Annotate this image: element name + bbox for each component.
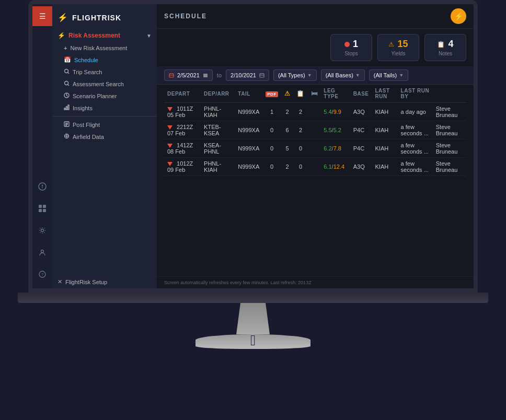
- warning-triangle-icon: ⚠: [388, 41, 394, 48]
- calendar-icon: 📅: [64, 56, 71, 63]
- hamburger-button[interactable]: ☰: [32, 6, 52, 26]
- cell-dep-arr-3: PHNL-KIAH: [201, 158, 235, 176]
- svg-point-11: [65, 69, 68, 73]
- tails-filter-value: (All Tails): [374, 72, 397, 78]
- table-row[interactable]: 1412Z 08 Feb KSEA-PHNL N999XA 0 5 0 6.2/…: [164, 139, 466, 158]
- cell-dep-arr-1: KTEB-KSEA: [201, 121, 235, 139]
- cell-warn-0: 2: [281, 103, 294, 121]
- base-filter-value: (All Bases): [326, 72, 353, 78]
- sidebar-item-new-risk[interactable]: + New Risk Assessment: [52, 42, 157, 54]
- grid-icon-button[interactable]: [32, 199, 52, 218]
- table-row[interactable]: 2212Z 07 Feb KTEB-KSEA N999XA 0 6 2 5.5/…: [164, 121, 466, 139]
- hamburger-icon: ☰: [39, 12, 46, 20]
- th-last-run: LAST RUN: [372, 85, 398, 103]
- sleep-header-icon: 🛏: [311, 90, 318, 97]
- sidebar-item-trip-search[interactable]: Trip Search: [52, 66, 157, 78]
- from-date-value: 2/5/2021: [177, 72, 200, 78]
- cell-sleep-3: [308, 158, 321, 176]
- logo-bolt-icon: ⚡: [58, 13, 68, 22]
- cell-tail-3: N999XA: [235, 158, 262, 176]
- yields-count: 15: [397, 39, 408, 50]
- logo-area: ⚡ FLIGHTRISK: [52, 8, 157, 29]
- notes-count: 4: [448, 39, 453, 50]
- monitor-stand-neck: [232, 303, 274, 334]
- tails-filter[interactable]: (All Tails) ▼: [369, 69, 408, 81]
- apple-logo: : [250, 332, 256, 349]
- svg-rect-6: [43, 209, 46, 212]
- gear-icon-button[interactable]: [32, 220, 52, 240]
- stops-label: Stops: [344, 51, 358, 56]
- cell-doc-3: 0: [293, 158, 308, 176]
- svg-text:?: ?: [41, 272, 44, 277]
- svg-rect-18: [68, 105, 69, 110]
- sidebar-item-scenario-planner[interactable]: Scenario Planner: [52, 90, 157, 102]
- cell-depart-0: 1011Z 05 Feb: [164, 103, 201, 121]
- flights-table: DEPART DEP/ARR TAIL PDF ⚠ 📋: [164, 85, 466, 176]
- sidebar-item-airfield[interactable]: Airfield Data: [52, 131, 157, 143]
- svg-point-8: [41, 250, 44, 253]
- notes-label: Notes: [439, 51, 452, 56]
- table-row[interactable]: 1011Z 05 Feb PHNL-KIAH N999XA 1 2 2 5.4/…: [164, 103, 466, 121]
- cell-score-0: 5.4/9.9: [320, 103, 350, 121]
- cell-doc-2: 0: [293, 139, 308, 158]
- svg-rect-5: [39, 209, 42, 212]
- cell-score-1: 5.5/5.2: [320, 121, 350, 139]
- cell-last-run-0: a day ago: [398, 103, 433, 121]
- base-filter-arrow: ▼: [355, 73, 360, 78]
- left-nav: ⚡ FLIGHTRISK ⚡ Risk Assessment ▼ + New R…: [52, 4, 157, 288]
- th-leg-type: LEG TYPE: [320, 85, 350, 103]
- monitor-bezel: [18, 293, 488, 303]
- cell-doc-1: 2: [293, 121, 308, 139]
- cell-tail-1: N999XA: [235, 121, 262, 139]
- th-doc: 📋: [293, 85, 308, 103]
- svg-rect-16: [64, 108, 65, 110]
- sidebar-item-schedule[interactable]: 📅 Schedule: [52, 54, 157, 66]
- monitor-stand-base: : [196, 334, 310, 349]
- cell-dep-arr-2: KSEA-PHNL: [201, 139, 235, 158]
- search-icon-trip: [64, 68, 70, 75]
- cell-base-0: KIAH: [372, 103, 398, 121]
- nav-label-post-flight: Post Flight: [73, 122, 100, 128]
- warning-header-icon: ⚠: [284, 90, 291, 97]
- doc-header-icon: 📋: [296, 90, 305, 97]
- main-content: SCHEDULE ⚡ 1 Stops ⚠: [157, 4, 474, 288]
- table-row[interactable]: 1012Z 09 Feb PHNL-KIAH N999XA 0 2 0 6.1/…: [164, 158, 466, 176]
- sidebar-item-insights[interactable]: Insights: [52, 102, 157, 114]
- user-icon-button[interactable]: [32, 242, 52, 262]
- th-warn: ⚠: [281, 85, 294, 103]
- insights-icon: [64, 104, 70, 111]
- compass-icon-button[interactable]: [32, 177, 52, 196]
- svg-rect-4: [43, 205, 46, 208]
- risk-assessment-section[interactable]: ⚡ Risk Assessment ▼: [52, 29, 157, 42]
- base-filter[interactable]: (All Bases) ▼: [321, 69, 365, 81]
- cell-last-run-1: a few seconds ...: [398, 121, 433, 139]
- summary-cards: 1 Stops ⚠ 15 Yields 📋 4: [157, 29, 474, 66]
- monitor-wrapper: ☰: [0, 0, 506, 420]
- from-date-picker[interactable]: 2/5/2021: [164, 69, 213, 81]
- sidebar-item-assessment-search[interactable]: Assessment Search: [52, 78, 157, 90]
- section-chevron-icon: ▼: [146, 33, 152, 39]
- type-filter-value: (All Types): [278, 72, 305, 78]
- plus-icon: +: [64, 45, 67, 51]
- yields-label: Yields: [392, 51, 406, 56]
- cell-warn-1: 6: [281, 121, 294, 139]
- cell-warn-3: 2: [281, 158, 294, 176]
- nav-label-new-risk: New Risk Assessment: [70, 45, 127, 51]
- cell-doc-0: 2: [293, 103, 308, 121]
- lightning-badge-button[interactable]: ⚡: [451, 8, 466, 24]
- cell-last-run-by-3: Steve Bruneau: [433, 158, 466, 176]
- svg-line-12: [68, 73, 70, 74]
- to-date-picker[interactable]: 2/10/2021: [226, 69, 269, 81]
- sidebar-item-setup[interactable]: ✕ FlightRisk Setup: [52, 275, 157, 288]
- search-icon-assessment: [64, 80, 70, 87]
- svg-rect-17: [66, 107, 67, 110]
- stop-dot-icon: [344, 42, 350, 47]
- sidebar-item-post-flight[interactable]: Post Flight: [52, 119, 157, 131]
- cell-depart-3: 1012Z 09 Feb: [164, 158, 201, 176]
- cell-tail-0: N999XA: [235, 103, 262, 121]
- type-filter[interactable]: (All Types) ▼: [273, 69, 317, 81]
- help-icon-button[interactable]: ?: [32, 264, 52, 284]
- cell-pdf-2: 0: [262, 139, 281, 158]
- scenario-icon: [64, 92, 70, 99]
- cell-last-run-2: a few seconds ...: [398, 139, 433, 158]
